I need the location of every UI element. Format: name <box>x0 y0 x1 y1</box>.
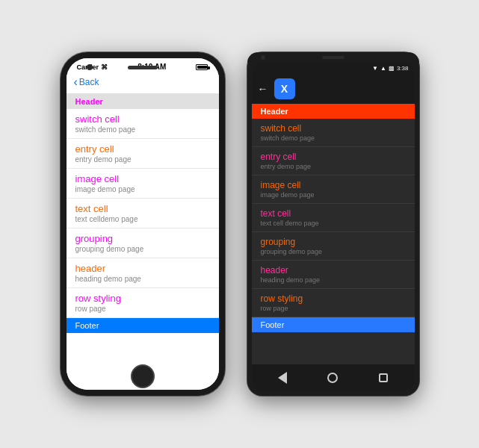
item-title: grouping <box>75 233 210 244</box>
list-item[interactable]: text cell text cell demo page <box>252 204 415 232</box>
android-back-nav-button[interactable] <box>275 370 290 385</box>
ios-home-button[interactable] <box>131 364 155 388</box>
ios-list: Header switch cell switch demo page entr… <box>67 94 219 390</box>
item-title: switch cell <box>75 113 210 125</box>
android-status-icons: ▼ ▲ ▩ 3:38 <box>372 65 408 72</box>
android-time: 3:38 <box>397 65 409 72</box>
recents-square-icon <box>379 373 388 382</box>
list-item[interactable]: text cell text cell­demo page <box>67 199 219 228</box>
back-triangle-icon <box>278 372 287 384</box>
android-list: Header switch cell switch demo page entr… <box>252 104 415 364</box>
android-footer-title: Footer <box>261 320 406 329</box>
android-screen: ▼ ▲ ▩ 3:38 ← X Header switch cell switch… <box>252 63 415 391</box>
ios-header-cell: Header <box>67 94 219 109</box>
list-item[interactable]: image cell image demo page <box>252 175 415 204</box>
android-phone: ▼ ▲ ▩ 3:38 ← X Header switch cell switch… <box>247 52 419 396</box>
item-title: entry cell <box>75 143 210 155</box>
list-item[interactable]: header heading demo page <box>67 258 219 288</box>
item-subtitle: switch demo page <box>75 125 210 134</box>
item-subtitle: row page <box>261 305 406 312</box>
android-header-cell: Header <box>252 104 415 119</box>
item-title: image cell <box>75 173 210 184</box>
item-title: text cell <box>261 208 406 219</box>
ios-screen: Carrier ⌘ 8:10 AM ‹ Back Header <box>67 58 219 390</box>
item-subtitle: image demo page <box>75 185 210 193</box>
list-item[interactable]: image cell image demo page <box>67 169 219 199</box>
android-header-title: Header <box>261 107 406 116</box>
item-title: header <box>261 265 406 276</box>
list-item[interactable]: header heading demo page <box>252 261 415 289</box>
item-subtitle: heading demo page <box>261 276 406 284</box>
item-subtitle: entry demo page <box>75 155 210 164</box>
item-title: switch cell <box>261 123 406 134</box>
android-home-button[interactable] <box>325 370 340 385</box>
android-recents-button[interactable] <box>376 370 391 385</box>
android-footer-cell: Footer <box>252 317 415 332</box>
android-earpiece <box>322 56 344 59</box>
item-title: row styling <box>75 293 210 304</box>
android-back-button[interactable]: ← <box>258 83 268 95</box>
item-title: grouping <box>261 237 406 247</box>
item-subtitle: entry demo page <box>261 163 406 170</box>
signal-icon: ▲ <box>380 65 386 72</box>
ios-battery <box>196 64 208 70</box>
item-title: entry cell <box>261 152 406 162</box>
item-title: header <box>75 263 210 274</box>
item-subtitle: row page <box>75 305 210 313</box>
item-title: row styling <box>261 293 406 304</box>
list-item[interactable]: switch cell switch demo page <box>67 109 219 139</box>
ios-footer-cell: Footer <box>67 318 219 333</box>
list-item[interactable]: switch cell switch demo page <box>252 119 415 147</box>
android-status-bar: ▼ ▲ ▩ 3:38 <box>252 63 415 74</box>
chevron-left-icon: ‹ <box>74 75 78 89</box>
android-top-bar <box>247 52 419 63</box>
wifi-icon: ▼ <box>372 65 378 72</box>
ios-back-button[interactable]: ‹ Back <box>74 75 99 89</box>
item-subtitle: grouping demo page <box>75 245 210 253</box>
item-subtitle: text cell­demo page <box>75 215 210 223</box>
item-subtitle: text cell demo page <box>261 220 406 227</box>
ios-back-label: Back <box>79 77 99 87</box>
home-circle-icon <box>327 373 338 383</box>
battery-icon <box>196 64 208 70</box>
battery-icon: ▩ <box>389 65 395 72</box>
list-item[interactable]: row styling row page <box>252 289 415 317</box>
wifi-icon: ⌘ <box>101 63 108 71</box>
item-subtitle: grouping demo page <box>261 248 406 255</box>
item-subtitle: switch demo page <box>261 134 406 142</box>
ios-speaker <box>128 66 158 69</box>
ios-camera <box>87 64 93 70</box>
ios-nav-bar: ‹ Back <box>67 72 219 94</box>
android-front-camera <box>261 55 265 60</box>
ios-footer-title: Footer <box>75 321 210 330</box>
list-item[interactable]: entry cell entry demo page <box>252 147 415 175</box>
list-item[interactable]: row styling row page <box>67 288 219 318</box>
item-title: text cell <box>75 203 210 214</box>
list-item[interactable]: grouping grouping demo page <box>67 228 219 258</box>
list-item[interactable]: grouping grouping demo page <box>252 232 415 261</box>
android-app-bar: ← X <box>252 74 415 104</box>
android-app-icon: X <box>274 78 295 99</box>
list-item[interactable]: entry cell entry demo page <box>67 139 219 169</box>
ios-phone: Carrier ⌘ 8:10 AM ‹ Back Header <box>61 52 225 396</box>
ios-header-title: Header <box>75 97 210 106</box>
item-title: image cell <box>261 180 406 190</box>
android-nav-bar <box>252 364 415 391</box>
item-subtitle: image demo page <box>261 191 406 199</box>
item-subtitle: heading demo page <box>75 275 210 283</box>
